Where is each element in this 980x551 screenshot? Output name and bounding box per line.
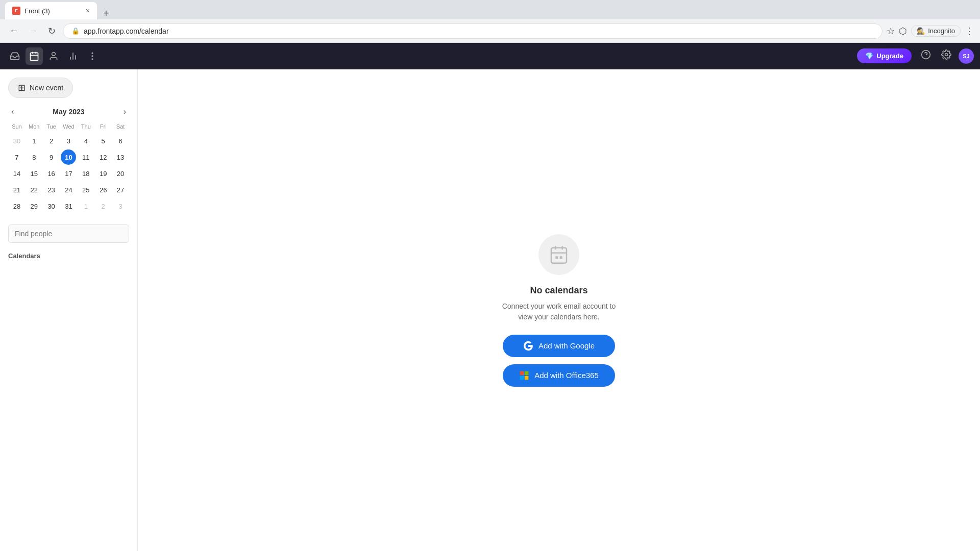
- contacts-icon: [48, 51, 59, 61]
- calendar-week-row: 30123456: [8, 133, 129, 149]
- calendar-day-header: Sun: [8, 122, 26, 131]
- help-button[interactable]: [918, 46, 934, 65]
- calendar-day-cell[interactable]: 11: [78, 149, 93, 165]
- tab-title: Front (3): [24, 7, 50, 15]
- calendar-day-cell[interactable]: 1: [78, 198, 93, 214]
- forward-button[interactable]: →: [26, 23, 41, 38]
- calendar-day-cell[interactable]: 18: [78, 166, 93, 181]
- google-icon: [523, 341, 533, 351]
- reload-button[interactable]: ↻: [45, 23, 59, 39]
- upgrade-label: Upgrade: [876, 52, 903, 60]
- upgrade-button[interactable]: 💎 Upgrade: [857, 48, 912, 63]
- calendar-day-header: Fri: [94, 122, 112, 131]
- calendar-day-cell[interactable]: 3: [61, 133, 76, 148]
- calendar-day-cell[interactable]: 6: [113, 133, 128, 148]
- tab-close-btn[interactable]: ×: [86, 7, 90, 15]
- calendar-day-cell[interactable]: 2: [95, 198, 111, 214]
- bookmark-button[interactable]: ☆: [887, 26, 895, 37]
- calendar-icon: [29, 51, 39, 61]
- calendar-day-cell[interactable]: 1: [27, 133, 42, 148]
- calendar-empty-icon: [549, 244, 569, 265]
- add-office-button[interactable]: Add with Office365: [503, 364, 615, 387]
- calendar-day-cell[interactable]: 31: [61, 198, 76, 214]
- svg-rect-14: [551, 247, 567, 263]
- calendar-day-cell[interactable]: 13: [113, 149, 128, 165]
- calendar-week-row: 14151617181920: [8, 165, 129, 182]
- calendar-day-cell[interactable]: 27: [113, 182, 128, 197]
- calendar-week-row: 21222324252627: [8, 182, 129, 198]
- active-tab[interactable]: F Front (3) ×: [5, 2, 97, 19]
- add-office-label: Add with Office365: [534, 371, 599, 380]
- app-container: 💎 Upgrade SJ ⊞ New event: [0, 43, 980, 551]
- calendar-day-cell[interactable]: 15: [27, 166, 42, 181]
- help-icon: [921, 49, 931, 60]
- next-month-button[interactable]: ›: [120, 106, 129, 117]
- calendar-day-header: Tue: [43, 122, 60, 131]
- svg-rect-22: [525, 371, 529, 375]
- prev-month-button[interactable]: ‹: [8, 106, 17, 117]
- incognito-label: Incognito: [928, 27, 955, 35]
- find-people-input[interactable]: [8, 224, 129, 243]
- analytics-nav-button[interactable]: [64, 47, 82, 65]
- main-area: ⊞ New event ‹ May 2023 › SunMonTueWedThu…: [0, 69, 980, 551]
- calendar-day-header: Wed: [60, 122, 78, 131]
- calendar-day-cell[interactable]: 3: [113, 198, 128, 214]
- calendar-day-cell[interactable]: 30: [9, 133, 24, 148]
- calendars-label: Calendars: [8, 252, 40, 260]
- calendar-day-header: Thu: [77, 122, 94, 131]
- address-bar[interactable]: 🔒 app.frontapp.com/calendar: [63, 23, 883, 39]
- calendar-day-cell[interactable]: 25: [78, 182, 93, 197]
- avatar[interactable]: SJ: [959, 48, 974, 64]
- calendar-day-cell[interactable]: 17: [61, 166, 76, 181]
- calendar-day-cell[interactable]: 5: [95, 133, 111, 148]
- calendar-week-row: 28293031123: [8, 198, 129, 214]
- calendar-day-cell[interactable]: 28: [9, 198, 24, 214]
- calendar-day-cell[interactable]: 29: [27, 198, 42, 214]
- calendar-day-cell[interactable]: 8: [27, 149, 42, 165]
- new-event-icon: ⊞: [18, 82, 26, 93]
- calendar-day-cell[interactable]: 20: [113, 166, 128, 181]
- add-google-label: Add with Google: [538, 341, 595, 350]
- svg-rect-19: [560, 256, 562, 259]
- add-google-button[interactable]: Add with Google: [503, 335, 615, 357]
- calendar-day-cell[interactable]: 10: [61, 149, 76, 165]
- svg-point-9: [92, 56, 93, 57]
- calendar-nav-button[interactable]: [26, 47, 43, 65]
- app-topnav: 💎 Upgrade SJ: [0, 43, 980, 69]
- calendar-day-cell[interactable]: 23: [44, 182, 59, 197]
- calendar-day-cell[interactable]: 16: [44, 166, 59, 181]
- extensions-button[interactable]: ⬡: [899, 26, 907, 37]
- calendar-day-cell[interactable]: 24: [61, 182, 76, 197]
- lock-icon: 🔒: [71, 27, 80, 35]
- no-calendars-icon: [538, 234, 579, 275]
- more-menu-button[interactable]: ⋮: [965, 26, 974, 37]
- calendar-day-cell[interactable]: 2: [44, 133, 59, 148]
- new-tab-button[interactable]: +: [100, 8, 112, 19]
- calendar-day-cell[interactable]: 4: [78, 133, 93, 148]
- office-icon: [519, 370, 529, 381]
- calendar-day-cell[interactable]: 7: [9, 149, 24, 165]
- svg-rect-0: [31, 53, 38, 60]
- inbox-nav-button[interactable]: [6, 47, 23, 65]
- contacts-nav-button[interactable]: [45, 47, 62, 65]
- calendar-day-cell[interactable]: 22: [27, 182, 42, 197]
- calendar-day-cell[interactable]: 26: [95, 182, 111, 197]
- calendar-day-cell[interactable]: 19: [95, 166, 111, 181]
- calendar-day-cell[interactable]: 30: [44, 198, 59, 214]
- calendar-day-cell[interactable]: 9: [44, 149, 59, 165]
- settings-button[interactable]: [938, 46, 954, 65]
- calendars-section: Calendars: [8, 251, 129, 260]
- topnav-right: SJ: [918, 46, 974, 65]
- back-button[interactable]: ←: [6, 23, 21, 38]
- new-event-label: New event: [30, 84, 63, 92]
- incognito-badge[interactable]: 🕵 Incognito: [911, 25, 961, 37]
- new-event-button[interactable]: ⊞ New event: [8, 78, 73, 98]
- calendar-day-cell[interactable]: 12: [95, 149, 111, 165]
- calendar-day-cell[interactable]: 14: [9, 166, 24, 181]
- calendar-week-row: 78910111213: [8, 149, 129, 165]
- calendar-day-header: Sat: [112, 122, 129, 131]
- calendar-day-cell[interactable]: 21: [9, 182, 24, 197]
- calendar-day-header: Mon: [26, 122, 43, 131]
- more-icon: [87, 51, 97, 61]
- more-nav-button[interactable]: [84, 47, 101, 65]
